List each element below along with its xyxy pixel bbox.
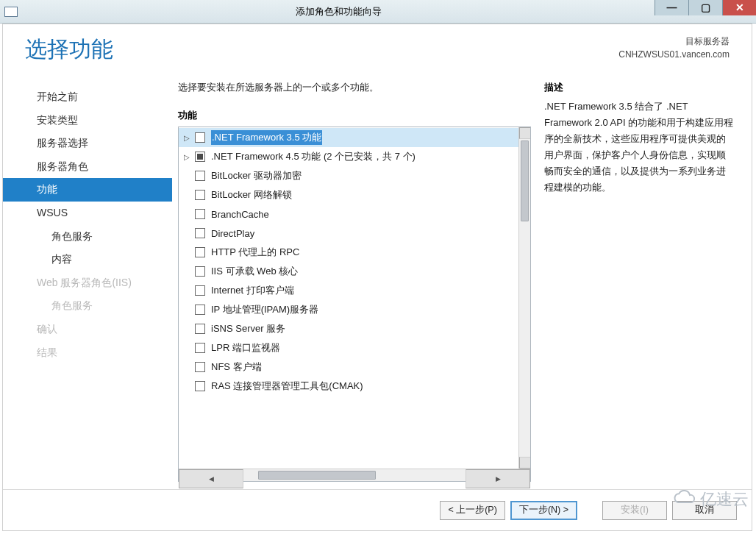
horizontal-scrollbar-thumb[interactable] <box>258 471 376 480</box>
feature-label: LPR 端口监视器 <box>211 341 280 355</box>
previous-button[interactable]: < 上一步(P) <box>440 501 504 520</box>
feature-label: Internet 打印客户端 <box>211 284 294 297</box>
wizard-header: 选择功能 目标服务器 CNHZWSUS01.vancen.com <box>3 24 752 72</box>
feature-checkbox[interactable] <box>195 381 205 391</box>
feature-checkbox[interactable] <box>195 228 205 238</box>
feature-checkbox[interactable] <box>195 305 205 315</box>
instruction-text: 选择要安装在所选服务器上的一个或多个功能。 <box>178 81 531 94</box>
features-heading: 功能 <box>178 109 531 122</box>
feature-row[interactable]: ▷.NET Framework 3.5 功能 <box>179 128 530 147</box>
feature-row[interactable]: NFS 客户端 <box>179 357 530 377</box>
feature-label: HTTP 代理上的 RPC <box>211 246 299 259</box>
window-buttons: — ▢ ✕ <box>655 0 756 23</box>
feature-label: IP 地址管理(IPAM)服务器 <box>211 303 318 316</box>
feature-checkbox[interactable] <box>195 266 205 277</box>
sidebar-item-web-server-iis: Web 服务器角色(IIS) <box>3 271 172 295</box>
feature-label: BitLocker 网络解锁 <box>211 188 292 202</box>
feature-row[interactable]: LPR 端口监视器 <box>179 338 530 357</box>
scroll-down-button[interactable]: ▼ <box>519 457 530 469</box>
feature-label: .NET Framework 4.5 功能 (2 个已安装，共 7 个) <box>211 150 416 163</box>
feature-row[interactable]: IP 地址管理(IPAM)服务器 <box>179 300 530 319</box>
feature-row[interactable]: iSNS Server 服务 <box>179 319 530 338</box>
feature-checkbox[interactable] <box>195 132 205 143</box>
sidebar-item-content[interactable]: 内容 <box>3 248 172 271</box>
wizard-footer: < 上一步(P) 下一步(N) > 安装(I) 取消 <box>3 489 752 530</box>
maximize-button[interactable]: ▢ <box>688 0 722 15</box>
feature-checkbox[interactable] <box>195 171 205 181</box>
close-button[interactable]: ✕ <box>722 0 756 15</box>
title-bar: 添加角色和功能向导 — ▢ ✕ <box>0 0 756 24</box>
wizard-sidebar: 开始之前 安装类型 服务器选择 服务器角色 功能 WSUS 角色服务 内容 We… <box>3 72 172 489</box>
feature-row[interactable]: BitLocker 驱动器加密 <box>179 166 530 185</box>
sidebar-item-results: 结果 <box>3 341 172 365</box>
feature-checkbox[interactable] <box>195 152 205 162</box>
feature-checkbox[interactable] <box>195 209 205 219</box>
feature-label: DirectPlay <box>211 228 254 239</box>
sidebar-item-server-selection[interactable]: 服务器选择 <box>3 132 172 155</box>
install-button: 安装(I) <box>602 501 667 520</box>
target-server-name: CNHZWSUS01.vancen.com <box>618 48 730 61</box>
feature-checkbox[interactable] <box>195 324 205 334</box>
feature-row[interactable]: BranchCache <box>179 204 530 224</box>
page-title: 选择功能 <box>25 35 113 65</box>
wizard-body: 开始之前 安装类型 服务器选择 服务器角色 功能 WSUS 角色服务 内容 We… <box>3 72 752 489</box>
features-panel: 选择要安装在所选服务器上的一个或多个功能。 功能 ▷.NET Framework… <box>178 81 531 482</box>
description-heading: 描述 <box>544 81 734 94</box>
feature-checkbox[interactable] <box>195 343 205 353</box>
feature-label: .NET Framework 3.5 功能 <box>211 130 322 145</box>
feature-checkbox[interactable] <box>195 247 205 257</box>
main-content: 选择要安装在所选服务器上的一个或多个功能。 功能 ▷.NET Framework… <box>172 72 740 489</box>
expand-icon[interactable]: ▷ <box>182 152 192 162</box>
feature-row[interactable]: IIS 可承载 Web 核心 <box>179 262 530 281</box>
feature-label: BranchCache <box>211 209 269 220</box>
scroll-up-button[interactable]: ▲ <box>519 127 530 139</box>
feature-checkbox[interactable] <box>195 362 205 372</box>
sidebar-item-installation-type[interactable]: 安装类型 <box>3 109 172 132</box>
scroll-right-button[interactable]: ▶ <box>466 469 530 488</box>
cancel-button[interactable]: 取消 <box>672 501 737 520</box>
scroll-left-button[interactable]: ◀ <box>179 469 243 488</box>
feature-row[interactable]: HTTP 代理上的 RPC <box>179 243 530 262</box>
description-text: .NET Framework 3.5 结合了 .NET Framework 2.… <box>544 99 734 196</box>
feature-label: BitLocker 驱动器加密 <box>211 169 302 182</box>
vertical-scrollbar-thumb[interactable] <box>521 140 529 221</box>
expand-icon[interactable]: ▷ <box>182 132 192 143</box>
window-title: 添加角色和功能向导 <box>22 5 655 18</box>
vertical-scrollbar[interactable]: ▲ ▼ <box>518 127 530 469</box>
window-icon <box>0 7 22 17</box>
features-box: ▷.NET Framework 3.5 功能▷.NET Framework 4.… <box>178 127 531 482</box>
feature-label: RAS 连接管理器管理工具包(CMAK) <box>211 380 363 393</box>
sidebar-item-iis-role-services: 角色服务 <box>3 294 172 318</box>
sidebar-item-confirmation: 确认 <box>3 318 172 341</box>
feature-row[interactable]: RAS 连接管理器管理工具包(CMAK) <box>179 377 530 396</box>
target-server-block: 目标服务器 CNHZWSUS01.vancen.com <box>618 35 730 61</box>
sidebar-item-before-you-begin[interactable]: 开始之前 <box>3 85 172 109</box>
feature-row[interactable]: BitLocker 网络解锁 <box>179 185 530 204</box>
description-panel: 描述 .NET Framework 3.5 结合了 .NET Framework… <box>544 81 734 482</box>
feature-row[interactable]: Internet 打印客户端 <box>179 281 530 300</box>
horizontal-scrollbar[interactable]: ◀ ▶ <box>179 469 530 481</box>
client-area: 选择功能 目标服务器 CNHZWSUS01.vancen.com 开始之前 安装… <box>2 24 752 531</box>
feature-row[interactable]: DirectPlay <box>179 224 530 243</box>
features-scroll[interactable]: ▷.NET Framework 3.5 功能▷.NET Framework 4.… <box>179 127 530 469</box>
feature-label: iSNS Server 服务 <box>211 322 285 335</box>
server-manager-icon <box>4 7 18 17</box>
feature-label: IIS 可承载 Web 核心 <box>211 265 298 278</box>
minimize-button[interactable]: — <box>655 0 688 15</box>
next-button[interactable]: 下一步(N) > <box>510 501 577 520</box>
feature-checkbox[interactable] <box>195 190 205 200</box>
feature-checkbox[interactable] <box>195 285 205 296</box>
sidebar-item-server-roles[interactable]: 服务器角色 <box>3 155 172 179</box>
sidebar-item-role-services[interactable]: 角色服务 <box>3 225 172 249</box>
feature-row[interactable]: ▷.NET Framework 4.5 功能 (2 个已安装，共 7 个) <box>179 147 530 166</box>
sidebar-item-features[interactable]: 功能 <box>3 178 172 202</box>
feature-label: NFS 客户端 <box>211 360 262 374</box>
features-tree: ▷.NET Framework 3.5 功能▷.NET Framework 4.… <box>179 127 530 396</box>
target-server-label: 目标服务器 <box>618 35 730 48</box>
sidebar-item-wsus[interactable]: WSUS <box>3 202 172 225</box>
